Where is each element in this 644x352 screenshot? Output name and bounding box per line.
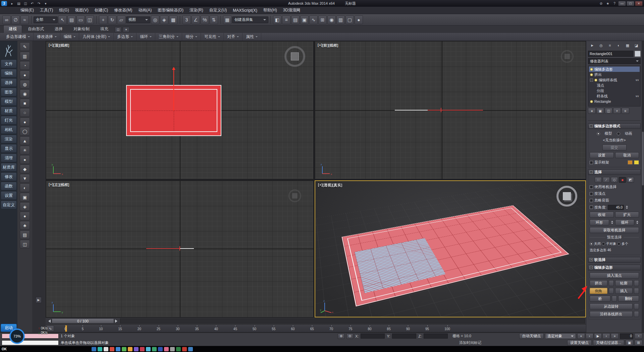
outline-settings-icon[interactable] [634,280,639,286]
performance-badge[interactable]: 73% [9,328,25,344]
ribbon-panel-button[interactable]: 多边形建模 [3,33,34,41]
taskbar-app-icon[interactable] [110,347,114,351]
plugin-tool-icon[interactable]: ○ [20,108,30,117]
viewcube[interactable] [561,50,574,63]
select-tool-icon[interactable]: ↖ [58,15,67,24]
extrude-settings-icon[interactable] [609,280,614,286]
ribbon-panel-button[interactable]: 几何体 (全部) [79,33,114,41]
current-frame-field[interactable]: 0 [620,334,633,339]
quick-access-icon[interactable]: ↶ [29,1,35,6]
command-panel-tab-icon[interactable]: ≡ [606,42,614,49]
menu-item[interactable]: 渲染(R) [186,7,206,14]
rollout-header[interactable]: 选择 [588,169,641,175]
plugin-tool-icon[interactable]: ◔ [20,61,30,70]
playback-button[interactable]: « [577,333,585,339]
viewport-view-button[interactable]: [前] [322,43,328,48]
plugin-nav-item[interactable]: 修改 [1,172,17,181]
plugin-tool-icon[interactable]: ▲ [20,136,30,145]
plugin-nav-item[interactable]: 渲染 [1,135,17,143]
plugin-tool-icon[interactable]: ▼ [20,174,30,183]
ribbon-tab-freeform[interactable]: 自由形式 [23,26,49,33]
ribbon-panel-button[interactable]: 属性 [243,33,261,41]
taskbar-app-icon[interactable] [140,347,145,351]
ribbon-tab-modeling[interactable]: 建模 [3,25,22,33]
transform-tool-icon[interactable]: + [99,15,107,24]
plugin-tool-icon[interactable]: ✎ [20,42,30,51]
command-panel-tab-icon[interactable]: ▦ [623,42,632,49]
plugin-nav-item[interactable]: 材质 [1,106,17,115]
plugin-nav-item[interactable]: 图形 [1,88,17,96]
viewcube[interactable] [284,46,305,67]
polygon-subobject-icon[interactable]: ■ [619,177,626,183]
plugin-tool-icon[interactable]: ● [20,71,30,79]
settings-button[interactable]: 设置 [590,152,614,158]
object-color-swatch[interactable] [635,51,641,57]
playback-button[interactable]: ‹ [586,333,593,339]
cage-selected-color-swatch[interactable] [634,160,639,165]
y-coordinate-field[interactable] [392,334,416,339]
object-name-field[interactable]: Rectangle001 [588,51,633,57]
previous-frame-arrow[interactable] [47,319,51,323]
ribbon-panel-button[interactable]: 多边形 [114,33,137,41]
viewcube[interactable] [288,189,301,202]
collapse-icon[interactable] [590,125,593,128]
time-slider-track[interactable] [120,318,585,323]
ignore-backfacing-checkbox[interactable] [590,199,593,202]
menu-item[interactable]: MAXScript(X) [230,7,260,14]
toolbar-tool-icon[interactable]: ● [355,15,363,24]
plugin-tool-icon[interactable]: ◐ [20,183,30,192]
inset-button[interactable]: 插入 [615,288,633,294]
quick-access-icon[interactable]: ▾ [43,1,49,6]
ring-spinner[interactable] [610,220,614,225]
ribbon-panel-button[interactable]: 细分 [182,33,201,41]
rollout-header[interactable]: 编辑多边形 [588,265,641,270]
loop-button[interactable]: 循环 [615,219,635,225]
insert-vertex-button[interactable]: 插入顶点 [590,272,639,278]
plugin-tool-icon[interactable]: ☀ [20,146,30,155]
stack-row-segment[interactable]: 分段 [589,88,640,93]
modifier-bulb-icon[interactable] [594,79,597,82]
plugin-nav-item[interactable]: 文件 [1,59,17,68]
menu-item[interactable]: 工具(T) [37,7,56,14]
pivot-tool-icon[interactable]: ◈ [160,15,168,24]
selected-filter-dropdown[interactable]: 选定对象 [545,333,576,339]
menu-item[interactable]: 编辑(E) [17,7,37,14]
plugin-tool-icon[interactable]: ♣ [20,221,30,230]
key-mode-toggle-icon[interactable]: ▣ [626,340,633,346]
playback-button[interactable]: › [602,333,610,339]
quick-access-icon[interactable]: ▤ [16,1,22,6]
get-stack-selection-button[interactable]: 获取堆栈选择 [590,227,639,233]
plugin-nav-item[interactable]: 灯光 [1,116,17,125]
shrink-button[interactable]: 收缩 [590,212,614,218]
viewport-view-button[interactable]: [透视] [323,183,332,188]
isolate-toggle-icon[interactable]: ⊕ [338,334,344,339]
model-radio[interactable] [597,132,600,135]
select-tool-icon[interactable]: ◫ [86,15,94,24]
bevel-button[interactable]: 倒角 [590,288,607,294]
snap-toggle-icon[interactable]: % [201,15,209,24]
collapse-icon[interactable] [590,266,593,269]
plugin-tool-icon[interactable]: ▥ [20,52,30,60]
inset-settings-icon[interactable] [634,288,639,294]
flyout-arrow-button[interactable]: ▶ [36,297,42,303]
ribbon-panel-button[interactable]: 编辑 [60,33,79,41]
modifier-bulb-icon[interactable] [590,68,593,71]
toolbar-tool-icon[interactable]: ◉ [327,15,336,24]
angle-spinner[interactable] [625,205,629,210]
viewport-view-button[interactable]: [左] [53,182,59,187]
snap-toggle-icon[interactable]: ∠ [192,15,200,24]
menu-item[interactable]: 自定义(U) [206,7,230,14]
viewport-menu-button[interactable]: [+] [49,182,53,187]
snap-toggle-icon[interactable]: ⇅ [210,15,218,24]
pivot-tool-icon[interactable]: ▩ [169,15,177,24]
ribbon-tab-populate[interactable]: 填充 [95,26,113,33]
stack-row-edit-poly[interactable]: 编辑多边形 [589,67,640,72]
select-tool-icon[interactable]: ▭ [76,15,85,24]
rollout-header[interactable]: 软选择 [588,257,641,263]
transform-gizmo-y-axis[interactable] [173,68,174,111]
plugin-nav-item[interactable]: 清理 [1,153,17,162]
menu-item[interactable]: 修改器(M) [111,7,135,14]
taskbar-app-icon[interactable] [164,347,169,351]
toolbar-tool-icon[interactable]: ⊞ [318,15,327,24]
viewport-perspective[interactable]: [+][透视][真实] z x y [315,180,586,317]
